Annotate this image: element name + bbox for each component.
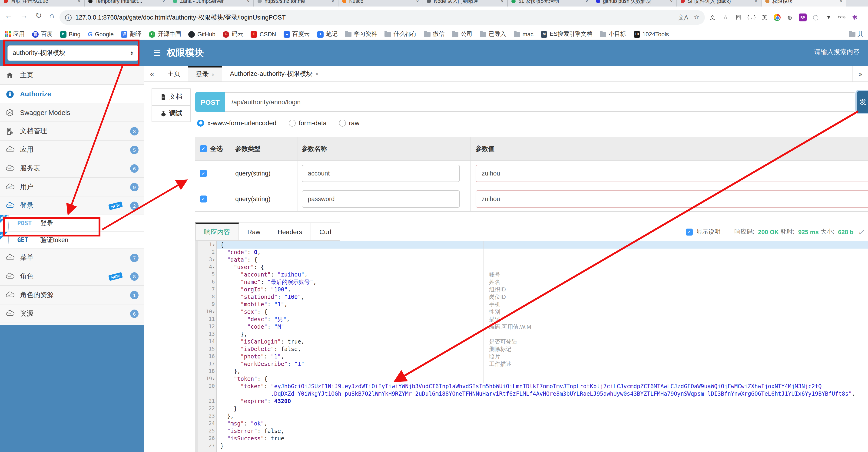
bookmark-item[interactable]: 学习资料 bbox=[345, 30, 377, 38]
response-tab-Raw[interactable]: Raw bbox=[239, 223, 269, 241]
sidebar-item-菜单[interactable]: API菜单7 bbox=[0, 249, 144, 267]
bookmark-item[interactable]: G码云 bbox=[223, 30, 243, 38]
tab-close-icon[interactable]: × bbox=[416, 0, 419, 3]
response-tab-Headers[interactable]: Headers bbox=[269, 223, 311, 241]
sidebar-item-角色的资源[interactable]: API角色的资源1 bbox=[0, 286, 144, 305]
back-icon[interactable]: ← bbox=[5, 11, 12, 20]
sidebar-endpoint-登录[interactable]: NEWPOST登录 bbox=[0, 215, 144, 232]
sidebar-item-角色[interactable]: API角色NEW8 bbox=[0, 267, 144, 286]
response-tab-响应内容[interactable]: 响应内容 bbox=[195, 223, 239, 241]
fold-icon[interactable]: ▾ bbox=[213, 377, 215, 381]
site-info-icon[interactable]: i bbox=[65, 14, 71, 21]
sidebar-item-应用[interactable]: API应用5 bbox=[0, 141, 144, 159]
reload-icon[interactable]: ↻ bbox=[35, 11, 42, 21]
tab-close-icon[interactable]: × bbox=[162, 0, 165, 3]
param-value-input[interactable]: zuihou bbox=[475, 165, 868, 182]
bookmark-item[interactable]: 公司 bbox=[452, 30, 473, 38]
bookmark-item[interactable]: ☁百度云 bbox=[284, 30, 310, 38]
panel-tab-文档[interactable]: 文档 bbox=[152, 88, 191, 105]
bookmark-item[interactable]: MES搜索引擎文档 bbox=[541, 30, 592, 38]
browser-tab[interactable]: 首联 注音/92uuc× bbox=[0, 0, 85, 6]
bookmark-item[interactable]: 什么都有 bbox=[385, 30, 417, 38]
module-select[interactable]: authority-权限模块 ▲▼ bbox=[7, 45, 138, 61]
doc-tab-Authorize-authority-权限模块[interactable]: Authorize-authority-权限模块× bbox=[222, 66, 327, 82]
bookmark-item[interactable]: GGoogle bbox=[88, 31, 114, 38]
sidebar-item-登录[interactable]: API登录NEW2 bbox=[0, 196, 144, 215]
send-button[interactable]: 发 bbox=[857, 91, 868, 113]
doc-tab-登录[interactable]: 登录× bbox=[188, 66, 222, 82]
tab-close-icon[interactable]: × bbox=[754, 0, 757, 3]
param-checkbox[interactable]: ✓ bbox=[200, 170, 207, 177]
qr-icon[interactable]: 回 bbox=[735, 13, 742, 21]
browser-tab[interactable]: Temporary Interact...× bbox=[85, 0, 169, 6]
expand-icon[interactable]: ⤢ bbox=[859, 228, 864, 236]
bookmark-item[interactable]: 小目标 bbox=[600, 30, 626, 38]
show-desc-checkbox[interactable]: ✓ bbox=[686, 228, 693, 235]
tab-close-icon[interactable]: × bbox=[840, 0, 842, 3]
sidebar-item-Authorize[interactable]: Authorize bbox=[0, 85, 144, 103]
sidebar-endpoint-验证token[interactable]: NEWGET验证token bbox=[0, 232, 144, 249]
fold-icon[interactable]: ▾ bbox=[213, 310, 215, 314]
bookmark-item[interactable]: GitHub bbox=[188, 31, 216, 37]
translate-icon[interactable]: 文A bbox=[678, 13, 688, 22]
asterisk-icon[interactable]: ✱ bbox=[851, 13, 859, 21]
ring-icon[interactable]: ◯ bbox=[812, 13, 820, 21]
tab-close-icon[interactable]: × bbox=[585, 0, 588, 3]
response-tab-Curl[interactable]: Curl bbox=[311, 223, 340, 241]
globe-icon[interactable]: ◍ bbox=[786, 13, 794, 21]
tab-close-icon[interactable]: × bbox=[212, 72, 215, 77]
braces-icon[interactable]: {…} bbox=[748, 13, 755, 21]
search-input[interactable]: 请输入搜索内容 bbox=[814, 48, 860, 56]
tabs-collapse-icon[interactable]: « bbox=[144, 66, 160, 82]
tab-close-icon[interactable]: × bbox=[247, 0, 250, 3]
doc-tab-主页[interactable]: 主页 bbox=[160, 66, 188, 82]
sidebar-item-主页[interactable]: 主页 bbox=[0, 66, 144, 85]
sidebar-item-资源[interactable]: API资源6 bbox=[0, 305, 144, 323]
fold-icon[interactable]: ▾ bbox=[213, 265, 215, 270]
fold-icon[interactable]: ▾ bbox=[213, 258, 215, 262]
sidebar-item-服务表[interactable]: API服务表6 bbox=[0, 159, 144, 178]
bookmark-item[interactable]: 101024Tools bbox=[633, 31, 669, 37]
home-icon[interactable]: ⌂ bbox=[50, 11, 54, 20]
tab-close-icon[interactable]: × bbox=[332, 0, 334, 3]
forward-icon[interactable]: → bbox=[20, 11, 28, 20]
tab-close-icon[interactable]: × bbox=[78, 0, 81, 3]
bookmark-item[interactable]: +笔记 bbox=[317, 30, 338, 38]
param-name-input[interactable]: account bbox=[302, 165, 460, 182]
browser-tab[interactable]: 权限模块× bbox=[762, 0, 846, 6]
rp-icon[interactable]: RP bbox=[799, 13, 807, 21]
browser-tab[interactable]: Kusco× bbox=[338, 0, 423, 6]
tab-close-icon[interactable]: × bbox=[670, 0, 673, 3]
chrome-icon[interactable] bbox=[774, 14, 781, 21]
bookmark-item[interactable]: 微信 bbox=[424, 30, 445, 38]
menu-icon[interactable]: ☰ bbox=[153, 48, 161, 58]
bookmark-star-icon[interactable]: ☆ bbox=[694, 13, 699, 22]
bookmark-item[interactable]: 已导入 bbox=[480, 30, 506, 38]
bookmark-item[interactable]: bBing bbox=[60, 31, 81, 37]
radio-icon[interactable] bbox=[339, 119, 346, 126]
panel-tab-调试[interactable]: 调试 bbox=[152, 105, 191, 122]
tabs-expand-icon[interactable]: » bbox=[852, 66, 868, 82]
param-name-input[interactable]: password bbox=[302, 190, 460, 207]
browser-tab[interactable]: SH文件进入 (pack)× bbox=[677, 0, 762, 6]
bookmark-item[interactable]: C开源中国 bbox=[149, 30, 181, 38]
sidebar-item-文档管理[interactable]: 文档管理3 bbox=[0, 122, 144, 141]
bookmark-item[interactable]: 百百度 bbox=[32, 30, 53, 38]
tab-close-icon[interactable]: × bbox=[501, 0, 503, 3]
translate-icon[interactable]: 文 bbox=[709, 13, 716, 21]
gitzip-icon[interactable]: GitZip bbox=[838, 13, 846, 21]
content-type-raw[interactable]: raw bbox=[339, 119, 360, 126]
fold-icon[interactable]: ▾ bbox=[213, 243, 215, 247]
star-icon[interactable]: ☆ bbox=[721, 13, 730, 21]
response-json-editor[interactable]: 1▾{2 "code": 0,3▾ "data": {4▾ "user": {5… bbox=[195, 241, 868, 452]
bookmark-item[interactable]: CCSDN bbox=[251, 31, 276, 37]
browser-tab[interactable]: github push 失败解决× bbox=[592, 0, 677, 6]
bookmark-item[interactable]: 译翻译 bbox=[121, 30, 142, 38]
browser-tab[interactable]: Zana - JumpServer× bbox=[169, 0, 254, 6]
content-type-x-www-form-urlencoded[interactable]: x-www-form-urlencoded bbox=[197, 119, 276, 126]
bookmark-item[interactable]: mac bbox=[514, 31, 533, 37]
address-bar[interactable]: i 127.0.0.1:8760/api/gate/doc.html#/auth… bbox=[60, 10, 705, 25]
tab-close-icon[interactable]: × bbox=[315, 71, 318, 77]
sidebar-item-用户[interactable]: API用户9 bbox=[0, 178, 144, 196]
param-value-input[interactable]: zuihou bbox=[475, 190, 868, 207]
